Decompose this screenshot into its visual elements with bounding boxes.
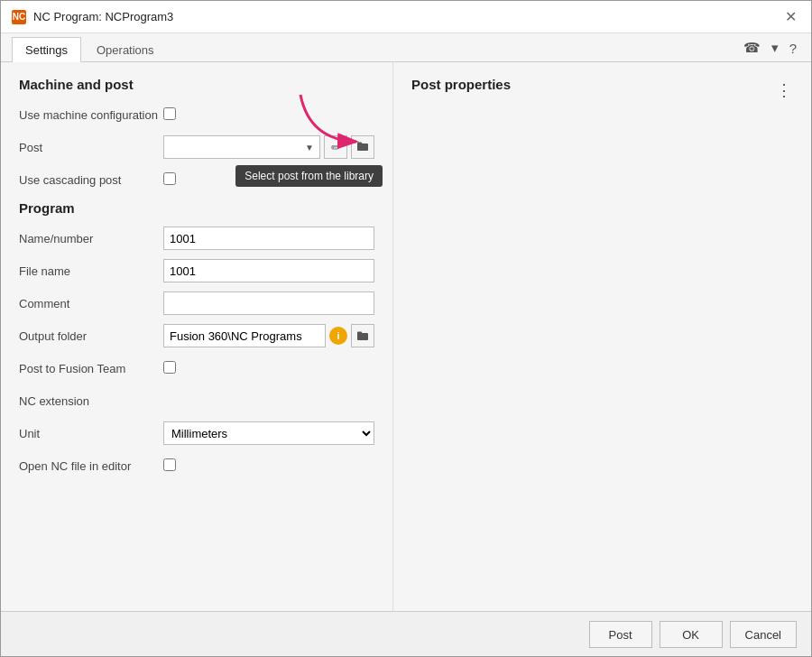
post-to-fusion-checkbox[interactable] bbox=[163, 361, 176, 374]
post-properties-title: Post properties bbox=[411, 77, 511, 92]
tab-bar: Settings Operations ☎ ▾ ? bbox=[1, 33, 811, 62]
output-folder-input[interactable] bbox=[163, 324, 326, 347]
open-nc-label: Open NC file in editor bbox=[19, 459, 163, 473]
folder-icon bbox=[356, 141, 369, 154]
unit-select[interactable]: Document Units Millimeters Inches bbox=[163, 421, 374, 445]
post-to-fusion-row: Post to Fusion Team bbox=[19, 356, 374, 380]
dropdown-arrow-button[interactable]: ▾ bbox=[768, 38, 782, 58]
ok-button[interactable]: OK bbox=[660, 621, 723, 648]
title-bar-left: NC NC Program: NCProgram3 bbox=[12, 10, 173, 24]
name-number-label: Name/number bbox=[19, 232, 163, 245]
tab-operations[interactable]: Operations bbox=[83, 37, 168, 62]
output-folder-wrapper: i bbox=[163, 324, 374, 347]
app-icon: NC bbox=[12, 10, 26, 24]
post-to-fusion-label: Post to Fusion Team bbox=[19, 362, 163, 375]
unit-control: Document Units Millimeters Inches bbox=[163, 421, 374, 445]
use-cascading-post-checkbox[interactable] bbox=[163, 172, 176, 185]
post-label: Post bbox=[19, 141, 163, 154]
post-control: ▼ ✏ bbox=[163, 135, 374, 159]
open-nc-checkbox[interactable] bbox=[163, 458, 176, 471]
bottom-bar: Post OK Cancel bbox=[1, 611, 811, 656]
dialog-title: NC Program: NCProgram3 bbox=[33, 10, 173, 23]
more-options-button[interactable]: ⋮ bbox=[776, 80, 793, 100]
use-machine-config-label: Use machine configuration bbox=[19, 108, 163, 122]
pencil-icon: ✏ bbox=[331, 141, 341, 154]
post-edit-button[interactable]: ✏ bbox=[324, 135, 347, 159]
file-name-label: File name bbox=[19, 264, 163, 278]
open-nc-control bbox=[163, 458, 374, 474]
close-button[interactable]: ✕ bbox=[781, 8, 800, 26]
post-to-fusion-control bbox=[163, 361, 374, 376]
cancel-button[interactable]: Cancel bbox=[730, 621, 797, 648]
use-machine-config-checkbox[interactable] bbox=[163, 107, 176, 120]
phone-icon: ☎ bbox=[743, 40, 761, 55]
file-name-control bbox=[163, 259, 374, 282]
post-dropdown[interactable]: ▼ bbox=[163, 135, 320, 159]
comment-control bbox=[163, 291, 374, 315]
app-icon-label: NC bbox=[13, 12, 25, 22]
output-folder-row: Output folder i bbox=[19, 324, 374, 347]
phone-icon-button[interactable]: ☎ bbox=[740, 38, 764, 58]
help-button[interactable]: ? bbox=[786, 39, 800, 58]
unit-select-wrapper: Document Units Millimeters Inches bbox=[163, 421, 374, 445]
comment-input[interactable] bbox=[163, 291, 374, 315]
post-select-wrapper: ▼ ✏ bbox=[163, 135, 374, 159]
post-row: Post ▼ ✏ bbox=[19, 135, 374, 159]
use-cascading-post-label: Use cascading post bbox=[19, 173, 163, 187]
more-icon: ⋮ bbox=[776, 81, 793, 99]
use-cascading-post-row: Use cascading post bbox=[19, 168, 374, 191]
chevron-down-icon: ▾ bbox=[771, 40, 779, 55]
name-number-control bbox=[163, 227, 374, 250]
output-folder-label: Output folder bbox=[19, 329, 163, 343]
comment-row: Comment bbox=[19, 291, 374, 315]
nc-extension-row: NC extension bbox=[19, 389, 374, 412]
use-cascading-post-control bbox=[163, 172, 374, 188]
machine-post-title: Machine and post bbox=[19, 77, 374, 92]
post-button[interactable]: Post bbox=[589, 621, 652, 648]
help-icon: ? bbox=[789, 41, 797, 56]
file-name-row: File name bbox=[19, 259, 374, 282]
open-nc-row: Open NC file in editor bbox=[19, 454, 374, 477]
post-folder-button[interactable]: Select post from the library bbox=[351, 135, 374, 159]
output-folder-browse-button[interactable] bbox=[351, 324, 374, 347]
nc-extension-label: NC extension bbox=[19, 394, 163, 408]
program-section-title: Program bbox=[19, 200, 374, 216]
right-panel: Post properties ⋮ bbox=[393, 62, 811, 611]
output-folder-control: i bbox=[163, 324, 374, 347]
unit-row: Unit Document Units Millimeters Inches bbox=[19, 421, 374, 445]
tab-bar-right: ☎ ▾ ? bbox=[740, 38, 800, 61]
right-panel-header: Post properties ⋮ bbox=[411, 77, 793, 103]
use-machine-config-control bbox=[163, 107, 374, 123]
info-icon[interactable]: i bbox=[329, 327, 347, 345]
comment-label: Comment bbox=[19, 297, 163, 310]
content-area: Machine and post Use machine configurati… bbox=[1, 62, 811, 611]
title-bar: NC NC Program: NCProgram3 ✕ bbox=[1, 1, 811, 33]
post-dropdown-arrow-icon: ▼ bbox=[305, 143, 314, 153]
dialog-window: NC NC Program: NCProgram3 ✕ Settings Ope… bbox=[0, 0, 812, 657]
unit-label: Unit bbox=[19, 427, 163, 440]
use-machine-config-row: Use machine configuration bbox=[19, 103, 374, 126]
left-panel: Machine and post Use machine configurati… bbox=[1, 62, 393, 611]
tab-settings[interactable]: Settings bbox=[12, 37, 81, 62]
name-number-input[interactable] bbox=[163, 227, 374, 250]
file-name-input[interactable] bbox=[163, 259, 374, 282]
name-number-row: Name/number bbox=[19, 227, 374, 250]
